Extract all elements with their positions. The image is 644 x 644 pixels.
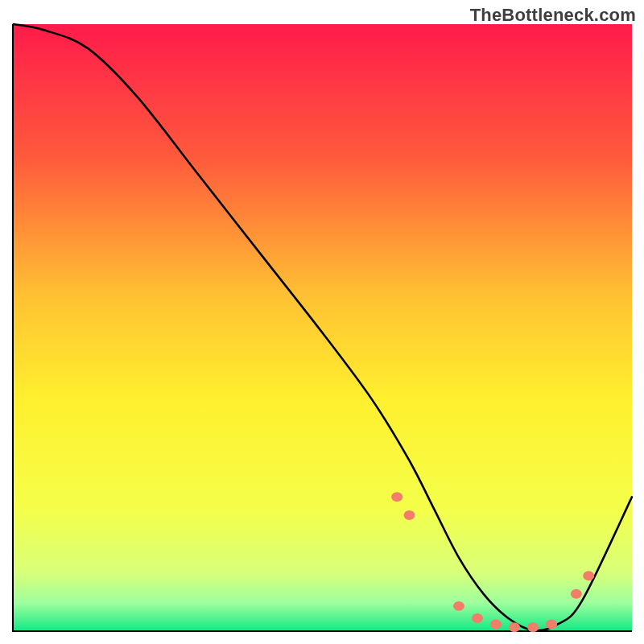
highlight-dot <box>546 619 557 629</box>
highlight-dot <box>571 589 582 599</box>
highlight-dot <box>472 613 483 623</box>
highlight-dot <box>527 622 539 632</box>
highlight-dot <box>509 622 520 632</box>
watermark-text: TheBottleneck.com <box>470 5 636 26</box>
highlight-dots-group <box>391 492 594 632</box>
highlight-dot <box>453 601 464 611</box>
plot-area <box>12 24 632 632</box>
chart-container: TheBottleneck.com <box>0 0 644 644</box>
bottleneck-curve-path <box>14 24 632 630</box>
highlight-dot <box>583 571 594 580</box>
highlight-dot <box>404 510 415 520</box>
highlight-dot <box>391 492 402 502</box>
curve-layer <box>14 24 632 630</box>
highlight-dot <box>490 619 502 629</box>
